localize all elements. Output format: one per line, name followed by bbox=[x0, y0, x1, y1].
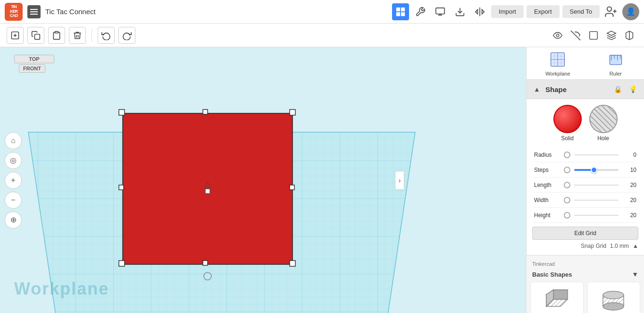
svg-rect-29 bbox=[290, 261, 295, 266]
snap-grid-label: Snap Grid bbox=[581, 243, 606, 249]
lock-icon[interactable]: 🔒 bbox=[612, 84, 623, 95]
build-view-button[interactable] bbox=[412, 3, 429, 20]
svg-point-8 bbox=[607, 7, 611, 11]
steps-slider-thumb[interactable] bbox=[591, 167, 597, 173]
radius-value[interactable]: 0 bbox=[622, 152, 636, 158]
view-icon-5[interactable] bbox=[621, 27, 637, 43]
shape-card-cylinder-grey[interactable]: Cylinder bbox=[587, 282, 641, 313]
svg-rect-30 bbox=[203, 110, 208, 114]
view-icons bbox=[550, 27, 637, 43]
ruler-tool[interactable]: Ruler bbox=[606, 50, 625, 76]
svg-rect-32 bbox=[119, 185, 124, 190]
redo-button[interactable] bbox=[118, 27, 135, 44]
shape-card-box-grey[interactable]: Box bbox=[530, 282, 584, 313]
radius-label: Radius bbox=[534, 152, 560, 158]
top-view-label[interactable]: TOP bbox=[14, 55, 54, 63]
length-value[interactable]: 20 bbox=[622, 182, 636, 188]
shapes-grid: Box bbox=[530, 282, 640, 313]
delete-button[interactable] bbox=[69, 27, 86, 44]
steps-circle[interactable] bbox=[564, 167, 570, 173]
svg-rect-28 bbox=[119, 261, 125, 266]
ruler-icon bbox=[606, 50, 625, 69]
svg-rect-33 bbox=[290, 185, 294, 190]
side-nav: ⌂ ◎ + − ⊕ bbox=[5, 132, 22, 228]
export-button[interactable]: Export bbox=[527, 5, 560, 18]
workplane-tool-label: Workplane bbox=[545, 71, 570, 76]
width-value[interactable]: 20 bbox=[622, 197, 636, 203]
import-button[interactable]: Import bbox=[491, 5, 524, 18]
category-row: Basic Shapes ▼ bbox=[530, 271, 640, 282]
project-title: Tic Tac Connect bbox=[45, 8, 387, 16]
new-shape-button[interactable] bbox=[7, 27, 24, 44]
height-circle[interactable] bbox=[564, 212, 570, 219]
view-icon-1[interactable] bbox=[550, 27, 566, 43]
shape-panel-title: Shape bbox=[545, 85, 608, 93]
svg-rect-27 bbox=[290, 110, 295, 115]
svg-rect-26 bbox=[119, 110, 125, 115]
snap-up-icon[interactable]: ▲ bbox=[633, 243, 638, 249]
tinkercad-logo[interactable]: TINKERCAD bbox=[5, 3, 23, 21]
shape-panel-bottom: Edit Grid Snap Grid 1.0 mm ▲ bbox=[527, 223, 644, 249]
menu-icon[interactable] bbox=[27, 5, 41, 18]
viewport[interactable]: Workplane T bbox=[0, 47, 526, 313]
grid-view-button[interactable] bbox=[392, 3, 409, 20]
view-icon-2[interactable] bbox=[568, 27, 584, 43]
view-icon-3[interactable] bbox=[585, 27, 602, 43]
library-header: Tinkercad bbox=[530, 259, 640, 271]
right-panel: Workplane Ruler ▲ Shape bbox=[526, 47, 644, 313]
hole-icon bbox=[589, 105, 618, 133]
share-button[interactable] bbox=[432, 3, 449, 20]
category-label: Basic Shapes bbox=[532, 271, 630, 278]
cylinder-grey-icon bbox=[597, 286, 630, 313]
add-user-icon[interactable] bbox=[602, 3, 619, 20]
steps-slider-track bbox=[574, 169, 619, 171]
zoom-out-button[interactable]: − bbox=[5, 192, 22, 209]
height-label: Height bbox=[534, 212, 560, 219]
svg-point-35 bbox=[204, 272, 211, 280]
send-to-button[interactable]: Send To bbox=[562, 5, 600, 18]
solid-icon bbox=[553, 105, 582, 133]
shape-panel: ▲ Shape 🔒 💡 Solid Hole Radius bbox=[527, 80, 644, 255]
radius-param: Radius 0 bbox=[534, 147, 636, 162]
svg-point-16 bbox=[556, 34, 559, 37]
category-dropdown[interactable]: ▼ bbox=[632, 271, 638, 278]
steps-slider-container[interactable] bbox=[574, 169, 619, 171]
panel-toggle[interactable]: › bbox=[395, 171, 404, 190]
svg-point-61 bbox=[603, 291, 624, 299]
width-circle[interactable] bbox=[564, 197, 570, 203]
svg-rect-37 bbox=[205, 189, 210, 194]
mirror-button[interactable] bbox=[471, 3, 488, 20]
svg-rect-3 bbox=[401, 12, 405, 16]
width-label: Width bbox=[534, 197, 560, 203]
length-circle[interactable] bbox=[564, 182, 570, 188]
workplane-tool[interactable]: Workplane bbox=[545, 50, 570, 76]
svg-marker-54 bbox=[553, 290, 568, 299]
edit-grid-button[interactable]: Edit Grid bbox=[532, 227, 638, 240]
fit-view-button[interactable]: ◎ bbox=[5, 152, 22, 169]
steps-label: Steps bbox=[534, 167, 560, 173]
collapse-shape-panel[interactable]: ▲ bbox=[532, 85, 542, 94]
solid-option[interactable]: Solid bbox=[553, 105, 582, 142]
bulb-icon[interactable]: 💡 bbox=[627, 84, 638, 95]
shape-params: Radius 0 Steps 10 bbox=[527, 147, 644, 223]
zoom-in-button[interactable]: + bbox=[5, 172, 22, 189]
workplane-icon bbox=[548, 50, 567, 69]
paste-button[interactable] bbox=[48, 27, 65, 44]
home-view-button[interactable]: ⌂ bbox=[5, 132, 22, 149]
top-bar: TINKERCAD Tic Tac Connect Import Export … bbox=[0, 0, 644, 24]
hole-option[interactable]: Hole bbox=[589, 105, 618, 142]
shapes-library: Tinkercad Basic Shapes ▼ bbox=[527, 255, 644, 313]
undo-button[interactable] bbox=[98, 27, 115, 44]
view-icon-4[interactable] bbox=[603, 27, 619, 43]
steps-value[interactable]: 10 bbox=[622, 167, 636, 173]
front-view-label[interactable]: FRONT bbox=[19, 64, 45, 73]
perspective-button[interactable]: ⊕ bbox=[5, 211, 22, 228]
download-button[interactable] bbox=[452, 3, 468, 20]
red-shape[interactable] bbox=[61, 109, 354, 313]
length-label: Length bbox=[534, 182, 560, 188]
shape-panel-header: ▲ Shape 🔒 💡 bbox=[527, 80, 644, 99]
user-avatar[interactable]: 👤 bbox=[622, 3, 639, 20]
radius-circle[interactable] bbox=[564, 152, 570, 158]
height-value[interactable]: 20 bbox=[622, 212, 636, 219]
copy-button[interactable] bbox=[27, 27, 44, 44]
